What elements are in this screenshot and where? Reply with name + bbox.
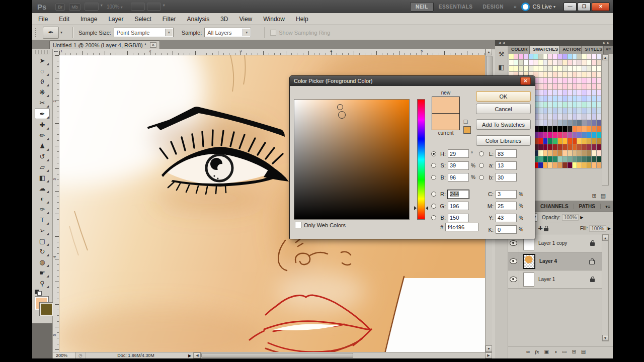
color-swatch[interactable] bbox=[587, 108, 592, 114]
color-swatch[interactable] bbox=[558, 108, 563, 114]
color-swatch[interactable] bbox=[524, 66, 529, 72]
scroll-left-icon[interactable]: ◀ bbox=[194, 352, 201, 358]
color-swatch[interactable] bbox=[538, 84, 543, 90]
color-swatch[interactable] bbox=[597, 138, 602, 144]
lock-position-icon[interactable]: ✚ bbox=[538, 225, 542, 232]
new-swatch-icon[interactable]: ⊞ bbox=[592, 193, 596, 199]
color-swatch[interactable] bbox=[568, 150, 573, 156]
color-swatch[interactable] bbox=[568, 102, 573, 108]
current-color-swatch[interactable] bbox=[432, 114, 460, 130]
color-swatch[interactable] bbox=[592, 72, 597, 78]
color-swatch[interactable] bbox=[562, 84, 568, 90]
restore-button[interactable]: ❐ bbox=[578, 3, 591, 11]
color-swatch[interactable] bbox=[582, 60, 587, 66]
color-swatch[interactable] bbox=[592, 108, 597, 114]
color-swatch[interactable] bbox=[577, 78, 582, 84]
delete-swatch-icon[interactable]: ▤ bbox=[601, 193, 606, 199]
color-swatch[interactable] bbox=[597, 150, 602, 156]
color-swatch[interactable] bbox=[553, 84, 558, 90]
gamut-warning-icon[interactable]: ❏ bbox=[463, 119, 468, 125]
color-swatch[interactable] bbox=[538, 102, 543, 108]
color-swatch[interactable] bbox=[558, 132, 563, 138]
color-swatch[interactable] bbox=[562, 96, 568, 102]
color-swatch[interactable] bbox=[587, 54, 592, 60]
red-field-radio[interactable] bbox=[431, 192, 436, 197]
color-swatch[interactable] bbox=[597, 54, 602, 60]
color-swatch[interactable] bbox=[582, 84, 587, 90]
eraser-tool[interactable]: ▱◢ bbox=[35, 162, 49, 172]
masks-panel-icon[interactable]: ◧ bbox=[497, 62, 507, 72]
color-swatch[interactable] bbox=[548, 90, 553, 96]
color-swatch[interactable] bbox=[553, 54, 558, 60]
color-swatch[interactable] bbox=[582, 90, 587, 96]
color-swatch[interactable] bbox=[548, 162, 553, 168]
color-swatch[interactable] bbox=[582, 138, 587, 144]
menu-item-filter[interactable]: Filter bbox=[163, 16, 176, 23]
layer-visibility-toggle[interactable] bbox=[508, 252, 519, 270]
color-swatch[interactable] bbox=[577, 96, 582, 102]
tab-paths[interactable]: PATHS bbox=[574, 204, 601, 209]
sampling-ring-checkbox[interactable] bbox=[270, 30, 276, 36]
color-swatch[interactable] bbox=[524, 54, 529, 60]
color-swatch[interactable] bbox=[573, 66, 578, 72]
workspace-overflow-chevron[interactable]: » bbox=[514, 4, 517, 10]
color-swatch[interactable] bbox=[582, 150, 587, 156]
fill-value[interactable]: 100% bbox=[589, 225, 606, 232]
scroll-up-icon[interactable]: ▲ bbox=[602, 54, 608, 60]
color-swatch[interactable] bbox=[538, 162, 543, 168]
crop-tool[interactable]: ✂◢ bbox=[35, 98, 49, 108]
color-swatch[interactable] bbox=[597, 60, 602, 66]
horizontal-ruler[interactable]: 12345 bbox=[59, 49, 485, 55]
green-field-radio[interactable] bbox=[431, 204, 436, 209]
color-swatch[interactable] bbox=[548, 150, 553, 156]
sample-select[interactable]: All Layers▾ bbox=[204, 28, 251, 37]
menu-item-view[interactable]: View bbox=[239, 16, 252, 23]
color-swatch[interactable] bbox=[597, 108, 602, 114]
color-swatch[interactable] bbox=[543, 108, 548, 114]
color-swatch[interactable] bbox=[543, 102, 548, 108]
lock-all-icon[interactable] bbox=[544, 228, 548, 231]
color-field-marker[interactable] bbox=[338, 111, 346, 119]
color-swatch[interactable] bbox=[592, 78, 597, 84]
color-swatch[interactable] bbox=[553, 138, 558, 144]
add-to-swatches-button[interactable]: Add To Swatches bbox=[476, 119, 531, 130]
color-swatch[interactable] bbox=[568, 66, 573, 72]
color-swatch[interactable] bbox=[577, 102, 582, 108]
color-swatch[interactable] bbox=[543, 72, 548, 78]
color-swatch[interactable] bbox=[587, 84, 592, 90]
color-swatch[interactable] bbox=[558, 96, 563, 102]
color-libraries-button[interactable]: Color Libraries bbox=[476, 135, 531, 146]
opacity-slider-icon[interactable]: ▶ bbox=[580, 215, 583, 220]
color-swatch[interactable] bbox=[553, 108, 558, 114]
hue-slider-marker[interactable] bbox=[414, 206, 417, 210]
color-swatch[interactable] bbox=[573, 54, 578, 60]
color-swatch[interactable] bbox=[529, 54, 534, 60]
color-swatch[interactable] bbox=[558, 114, 563, 120]
status-options-icon[interactable]: ▶ bbox=[186, 352, 193, 358]
color-swatch[interactable] bbox=[548, 120, 553, 126]
color-swatch[interactable] bbox=[573, 72, 578, 78]
color-swatch[interactable] bbox=[558, 72, 563, 78]
color-swatch[interactable] bbox=[587, 90, 592, 96]
color-swatch[interactable] bbox=[592, 132, 597, 138]
vertical-ruler[interactable]: 2345 bbox=[53, 55, 59, 352]
only-web-colors-checkbox[interactable] bbox=[295, 222, 301, 228]
color-swatch[interactable] bbox=[568, 90, 573, 96]
color-swatch[interactable] bbox=[553, 126, 558, 132]
color-swatch[interactable] bbox=[577, 162, 582, 168]
color-swatch[interactable] bbox=[514, 60, 519, 66]
color-swatch[interactable] bbox=[587, 102, 592, 108]
color-swatch[interactable] bbox=[558, 126, 563, 132]
shape-tool[interactable]: ▢◢ bbox=[35, 236, 49, 246]
type-tool[interactable]: T◢ bbox=[35, 215, 49, 225]
path-selection-tool[interactable]: ➢◢ bbox=[35, 225, 49, 235]
color-swatch[interactable] bbox=[562, 90, 568, 96]
hue-slider-marker[interactable] bbox=[426, 206, 428, 210]
color-swatch[interactable] bbox=[543, 120, 548, 126]
color-swatch[interactable] bbox=[543, 60, 548, 66]
color-swatch[interactable] bbox=[538, 114, 543, 120]
color-swatch[interactable] bbox=[573, 60, 578, 66]
color-swatch[interactable] bbox=[543, 114, 548, 120]
color-swatch[interactable] bbox=[558, 120, 563, 126]
color-swatch[interactable] bbox=[553, 72, 558, 78]
